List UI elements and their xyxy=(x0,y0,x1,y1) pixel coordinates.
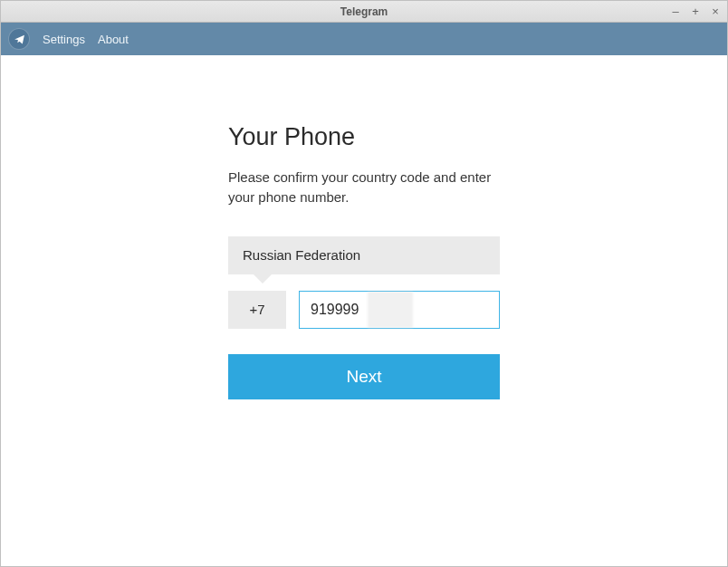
close-button[interactable]: × xyxy=(709,5,722,18)
country-code-value: +7 xyxy=(249,302,264,317)
dropdown-pointer-icon xyxy=(254,274,272,284)
phone-form: Your Phone Please confirm your country c… xyxy=(228,123,500,566)
app-window: Telegram – + × Settings About Your Phone… xyxy=(0,0,728,567)
phone-input-wrap xyxy=(299,291,500,329)
phone-row: +7 xyxy=(228,291,500,329)
content-area: Your Phone Please confirm your country c… xyxy=(1,55,727,566)
country-select[interactable]: Russian Federation xyxy=(228,236,500,274)
page-title: Your Phone xyxy=(228,123,500,151)
maximize-button[interactable]: + xyxy=(689,5,702,18)
menu-settings[interactable]: Settings xyxy=(43,33,85,46)
page-subtext: Please confirm your country code and ent… xyxy=(228,168,500,207)
country-label: Russian Federation xyxy=(243,247,360,263)
next-button[interactable]: Next xyxy=(228,354,500,399)
menu-about[interactable]: About xyxy=(98,33,129,46)
titlebar: Telegram – + × xyxy=(1,1,727,23)
window-title: Telegram xyxy=(1,5,727,18)
window-controls: – + × xyxy=(669,5,722,18)
telegram-icon xyxy=(8,28,30,50)
minimize-button[interactable]: – xyxy=(669,5,682,18)
phone-input[interactable] xyxy=(299,291,500,329)
country-code-box[interactable]: +7 xyxy=(228,291,286,329)
menubar: Settings About xyxy=(1,23,727,55)
